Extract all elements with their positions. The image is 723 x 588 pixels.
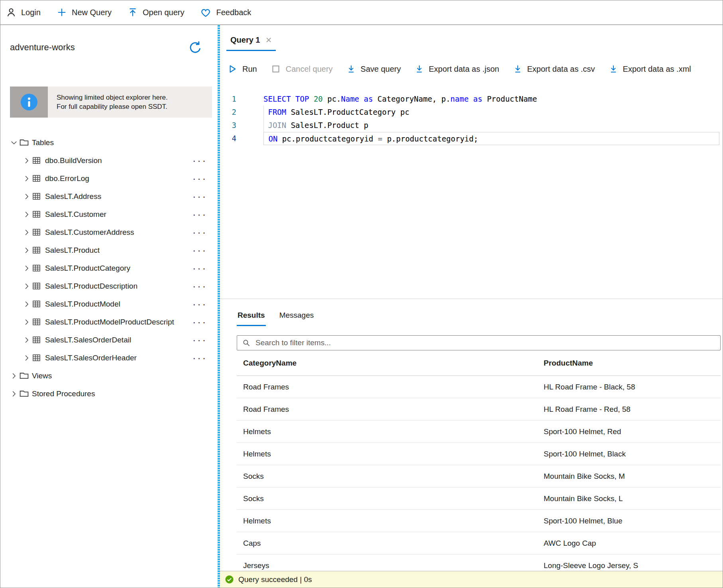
results-tab-bar: Results Messages — [220, 299, 723, 326]
item-actions-button[interactable]: ··· — [193, 157, 207, 165]
download-icon — [346, 64, 356, 74]
item-actions-button[interactable]: ··· — [193, 282, 207, 290]
upload-arrow-icon — [128, 7, 138, 18]
token-kw: TOP — [295, 94, 309, 103]
info-icon — [20, 93, 38, 111]
tab-label: Query 1 — [230, 35, 260, 45]
tree-item-saleslt-customeraddress[interactable]: SalesLT.CustomerAddress ··· — [10, 223, 218, 241]
tree-item-label: SalesLT.Address — [45, 192, 101, 201]
tree-item-saleslt-productmodelproductdescript[interactable]: SalesLT.ProductModelProductDescript ··· — [10, 313, 218, 331]
tree-node-tables[interactable]: Tables — [10, 134, 218, 151]
item-actions-button[interactable]: ··· — [193, 264, 207, 272]
search-input[interactable] — [255, 338, 716, 348]
query-toolbar-button-label: Export data as .json — [429, 65, 499, 74]
token-id: SalesLT.ProductCategory pc — [286, 108, 409, 116]
table-row[interactable]: Helmets Sport-100 Helmet, Red — [237, 421, 721, 443]
tree-item-dbo-errorlog[interactable]: dbo.ErrorLog ··· — [10, 169, 218, 187]
tree-item-saleslt-salesorderdetail[interactable]: SalesLT.SalesOrderDetail ··· — [10, 331, 218, 349]
query-toolbar: Run Cancel query Save query Export data … — [220, 55, 723, 83]
item-actions-button[interactable]: ··· — [193, 228, 207, 236]
table-row[interactable]: Road Frames HL Road Frame - Black, 58 — [237, 376, 721, 398]
query-toolbar-button-label: Export data as .csv — [527, 65, 595, 74]
tree-item-label: SalesLT.ProductModel — [45, 300, 120, 309]
open-query-button[interactable]: Open query — [128, 7, 185, 18]
item-actions-button[interactable]: ··· — [193, 354, 207, 362]
results-table: CategoryName ProductName Road Frames HL … — [237, 350, 721, 577]
tree-item-label: SalesLT.ProductModelProductDescript — [45, 318, 174, 326]
table-row[interactable]: Road Frames HL Road Frame - Red, 58 — [237, 398, 721, 421]
cell-categoryname: Road Frames — [237, 383, 544, 391]
login-button[interactable]: Login — [6, 7, 41, 18]
export-xml-button[interactable]: Export data as .xml — [609, 64, 691, 74]
token-kw: FROM — [268, 108, 286, 116]
feedback-button[interactable]: Feedback — [200, 7, 251, 18]
column-header-productname: ProductName — [544, 359, 721, 368]
query-toolbar-button-label: Save query — [361, 65, 401, 74]
tree-item-saleslt-customer[interactable]: SalesLT.Customer ··· — [10, 205, 218, 223]
export-csv-button[interactable]: Export data as .csv — [513, 64, 595, 74]
stop-square-icon — [271, 64, 281, 74]
tree-item-saleslt-product[interactable]: SalesLT.Product ··· — [10, 241, 218, 259]
table-row[interactable]: Helmets Sport-100 Helmet, Blue — [237, 510, 721, 532]
tree-item-label: dbo.BuildVersion — [45, 156, 102, 165]
item-actions-button[interactable]: ··· — [193, 193, 207, 201]
results-panel: Results Messages CategoryName ProductNam… — [220, 299, 723, 588]
tab-messages[interactable]: Messages — [279, 311, 315, 326]
table-row[interactable]: Socks Mountain Bike Socks, M — [237, 465, 721, 488]
tree-item-saleslt-productcategory[interactable]: SalesLT.ProductCategory ··· — [10, 259, 218, 277]
chevron-right-icon — [10, 390, 18, 398]
table-row[interactable]: Helmets Sport-100 Helmet, Black — [237, 443, 721, 465]
item-actions-button[interactable]: ··· — [193, 210, 207, 218]
tree-item-saleslt-salesorderheader[interactable]: SalesLT.SalesOrderHeader ··· — [10, 349, 218, 367]
cell-categoryname: Helmets — [237, 517, 544, 525]
new-query-button[interactable]: New Query — [57, 7, 112, 18]
filter-search-box[interactable] — [237, 335, 721, 350]
table-icon — [31, 173, 41, 183]
cell-categoryname: Socks — [237, 494, 544, 503]
table-icon — [31, 299, 41, 309]
tree-item-saleslt-productdescription[interactable]: SalesLT.ProductDescription ··· — [10, 277, 218, 295]
save-query-button[interactable]: Save query — [346, 64, 401, 74]
refresh-button[interactable] — [187, 39, 203, 55]
cell-productname: AWC Logo Cap — [544, 539, 721, 548]
tree-item-saleslt-address[interactable]: SalesLT.Address ··· — [10, 187, 218, 205]
tree-item-label: SalesLT.Product — [45, 246, 100, 255]
run-button[interactable]: Run — [227, 64, 257, 74]
export-json-button[interactable]: Export data as .json — [415, 64, 499, 74]
app-window: Login New Query Open query Feedback adve… — [0, 0, 723, 588]
cell-productname: Sport-100 Helmet, Red — [544, 427, 721, 436]
tree-node-views[interactable]: Views — [10, 367, 218, 385]
tab-results[interactable]: Results — [237, 311, 266, 326]
table-row[interactable]: Caps AWC Logo Cap — [237, 532, 721, 555]
tree-item-label: SalesLT.ProductCategory — [45, 264, 130, 273]
item-actions-button[interactable]: ··· — [193, 175, 207, 183]
info-banner: Showing limited object explorer here. Fo… — [10, 87, 212, 118]
tree-item-dbo-buildversion[interactable]: dbo.BuildVersion ··· — [10, 151, 218, 169]
table-header-row: CategoryName ProductName — [237, 350, 721, 376]
code-line: 1 SELECT TOP 20 pc.Name as CategoryName,… — [220, 92, 723, 106]
tab-query-1[interactable]: Query 1 × — [226, 30, 276, 51]
item-actions-button[interactable]: ··· — [193, 318, 207, 326]
tree-item-label: SalesLT.SalesOrderHeader — [45, 354, 137, 362]
item-actions-button[interactable]: ··· — [193, 336, 207, 344]
cancel-query-button: Cancel query — [271, 64, 333, 74]
item-actions-button[interactable]: ··· — [193, 246, 207, 254]
query-toolbar-button-label: Cancel query — [286, 65, 333, 74]
tree-item-saleslt-productmodel[interactable]: SalesLT.ProductModel ··· — [10, 295, 218, 313]
item-actions-button[interactable]: ··· — [193, 300, 207, 308]
tree-node-stored-procedures[interactable]: Stored Procedures — [10, 385, 218, 403]
info-line-1: Showing limited object explorer here. — [57, 93, 168, 102]
table-icon — [31, 317, 41, 327]
refresh-icon — [187, 39, 203, 55]
close-icon[interactable]: × — [265, 36, 271, 44]
line-number: 2 — [220, 106, 236, 119]
chevron-right-icon — [23, 175, 31, 183]
sql-editor[interactable]: 1 SELECT TOP 20 pc.Name as CategoryName,… — [220, 83, 723, 299]
search-icon — [242, 338, 251, 347]
database-title: adventure-works — [10, 42, 75, 53]
table-row[interactable]: Socks Mountain Bike Socks, L — [237, 488, 721, 510]
chevron-down-icon — [10, 139, 18, 147]
token-id: SalesLT.Product p — [286, 121, 368, 130]
person-icon — [6, 7, 16, 18]
token-kw: SELECT — [263, 94, 291, 103]
